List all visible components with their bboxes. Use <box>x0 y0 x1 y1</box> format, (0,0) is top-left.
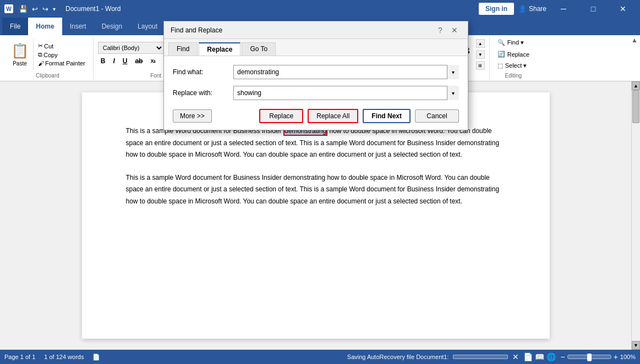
quick-access-toolbar: 💾 ↩ ↪ ▾ <box>18 4 57 14</box>
scrollbar-up-button[interactable]: ▲ <box>632 81 640 90</box>
editing-group-content: 🔍 Find ▾ 🔄 Replace ⬚ Select ▾ <box>494 37 533 71</box>
words-status: 1 of 124 words <box>44 354 84 360</box>
zoom-out-button[interactable]: − <box>560 352 565 361</box>
more-button[interactable]: More >> <box>173 109 212 123</box>
find-input-wrap: ▾ <box>233 65 459 79</box>
share-button[interactable]: 👤 Share <box>518 5 546 13</box>
dialog-tab-find[interactable]: Find <box>168 42 198 56</box>
format-painter-icon: 🖌 <box>38 60 44 67</box>
dialog-action-left: More >> <box>173 109 255 123</box>
find-next-button[interactable]: Find Next <box>363 109 411 123</box>
undo-button[interactable]: ↩ <box>31 4 39 14</box>
clipboard-group-content: 📋 Paste ✂ Cut ⧉ Copy 🖌 Format Painter <box>7 37 89 71</box>
tab-home[interactable]: Home <box>28 18 62 35</box>
zoom-in-button[interactable]: + <box>614 352 618 361</box>
find-button[interactable]: 🔍 Find ▾ <box>494 37 533 48</box>
tab-layout[interactable]: Layout <box>130 18 165 35</box>
styles-up-button[interactable]: ▲ <box>476 39 485 48</box>
autosave-progress <box>453 355 508 359</box>
styles-more-button[interactable]: ⊞ <box>476 61 485 70</box>
font-label: Font <box>150 73 161 80</box>
tab-design[interactable]: Design <box>94 18 130 35</box>
dialog-close-button[interactable]: ✕ <box>448 25 461 36</box>
ribbon-collapse-button[interactable]: ▲ <box>631 36 638 44</box>
clipboard-group: 📋 Paste ✂ Cut ⧉ Copy 🖌 Format Painter <box>2 37 94 80</box>
document-icon: 📄 <box>92 354 100 361</box>
italic-button[interactable]: I <box>110 55 117 67</box>
view-controls: 📄 📖 🌐 <box>523 352 556 361</box>
cancel-button[interactable]: Cancel <box>415 109 459 123</box>
zoom-slider[interactable] <box>567 355 611 359</box>
status-left: Page 1 of 1 1 of 124 words 📄 <box>4 354 100 361</box>
zoom-level: 100% <box>620 354 636 360</box>
tab-insert[interactable]: Insert <box>62 18 94 35</box>
title-bar-left: W 💾 ↩ ↪ ▾ Document1 - Word <box>4 4 121 14</box>
underline-button[interactable]: U <box>120 55 130 67</box>
clipboard-small-buttons: ✂ Cut ⧉ Copy 🖌 Format Painter <box>35 41 89 68</box>
dialog-tab-replace[interactable]: Replace <box>199 42 240 56</box>
copy-button[interactable]: ⧉ Copy <box>36 51 87 59</box>
web-layout-button[interactable]: 🌐 <box>546 352 556 361</box>
read-mode-button[interactable]: 📖 <box>535 352 544 361</box>
font-name-select[interactable]: Calibri (Body) <box>98 42 164 54</box>
replace-with-row: Replace with: ▾ <box>173 86 459 100</box>
replace-button-dialog[interactable]: Replace <box>259 109 303 123</box>
title-bar-right: Sign in 👤 Share ─ □ ✕ <box>479 0 636 18</box>
find-dropdown-button[interactable]: ▾ <box>447 65 459 79</box>
paste-button[interactable]: 📋 Paste <box>7 39 34 70</box>
restore-button[interactable]: □ <box>581 0 606 18</box>
signin-button[interactable]: Sign in <box>479 3 514 15</box>
print-layout-button[interactable]: 📄 <box>523 352 533 361</box>
replace-input[interactable] <box>233 86 459 100</box>
zoom-controls: − + 100% <box>560 352 636 361</box>
replace-button[interactable]: 🔄 Replace <box>494 49 533 59</box>
find-replace-dialog: Find and Replace ? ✕ Find Replace Go To … <box>163 21 468 130</box>
scrollbar-thumb[interactable] <box>632 90 639 123</box>
bold-button[interactable]: B <box>98 55 108 67</box>
close-button[interactable]: ✕ <box>610 0 636 18</box>
cut-button[interactable]: ✂ Cut <box>36 42 87 50</box>
find-input[interactable] <box>233 65 459 79</box>
select-button[interactable]: ⬚ Select ▾ <box>494 60 533 71</box>
zoom-slider-thumb[interactable] <box>587 354 592 361</box>
right-scrollbar: ▲ ▼ <box>631 81 640 350</box>
cut-icon: ✂ <box>38 42 43 49</box>
find-what-row: Find what: ▾ <box>173 65 459 79</box>
page-status: Page 1 of 1 <box>4 354 35 360</box>
save-button[interactable]: 💾 <box>18 4 29 14</box>
status-bar: Page 1 of 1 1 of 124 words 📄 Saving Auto… <box>0 350 640 364</box>
autosave-status: Saving AutoRecovery file Document1: <box>347 354 449 360</box>
paragraph-2: This is a sample Word document for Busin… <box>126 172 506 208</box>
status-right: Saving AutoRecovery file Document1: ✕ 📄 … <box>347 352 636 361</box>
styles-scroll-controls: ▲ ▼ ⊞ <box>476 39 485 70</box>
editing-group: 🔍 Find ▾ 🔄 Replace ⬚ Select ▾ Editing <box>490 37 537 80</box>
scrollbar-down-button[interactable]: ▼ <box>632 341 640 350</box>
format-painter-button[interactable]: 🖌 Format Painter <box>36 59 87 67</box>
dialog-titlebar-right: ? ✕ <box>435 25 461 36</box>
select-icon: ⬚ <box>497 62 503 69</box>
customize-button[interactable]: ▾ <box>52 5 57 13</box>
clipboard-label: Clipboard <box>36 73 59 80</box>
replace-label: Replace with: <box>173 89 233 97</box>
strikethrough-button[interactable]: ab <box>132 55 145 67</box>
title-bar-title: Document1 - Word <box>65 5 121 13</box>
paragraph-1: This is a sample Word document for Busin… <box>126 125 506 161</box>
autosave-cancel-button[interactable]: ✕ <box>512 352 519 361</box>
scrollbar-track[interactable] <box>632 90 640 341</box>
tab-file[interactable]: File <box>2 18 28 35</box>
dialog-tab-goto[interactable]: Go To <box>242 42 276 56</box>
word-icon: W <box>4 4 13 13</box>
share-icon: 👤 <box>518 5 527 13</box>
replace-all-button[interactable]: Replace All <box>308 109 358 123</box>
styles-down-button[interactable]: ▼ <box>476 50 485 59</box>
dialog-help-button[interactable]: ? <box>435 25 446 36</box>
subscript-button[interactable]: X₂ <box>147 55 158 67</box>
find-label: Find what: <box>173 68 233 76</box>
dialog-body: Find what: ▾ Replace with: ▾ More >> Rep… <box>164 56 468 130</box>
dialog-titlebar: Find and Replace ? ✕ <box>164 21 468 39</box>
replace-dropdown-button[interactable]: ▾ <box>447 86 459 100</box>
redo-button[interactable]: ↪ <box>41 4 50 14</box>
minimize-button[interactable]: ─ <box>551 0 576 18</box>
copy-icon: ⧉ <box>38 51 42 58</box>
title-bar: W 💾 ↩ ↪ ▾ Document1 - Word Sign in 👤 Sha… <box>0 0 640 18</box>
